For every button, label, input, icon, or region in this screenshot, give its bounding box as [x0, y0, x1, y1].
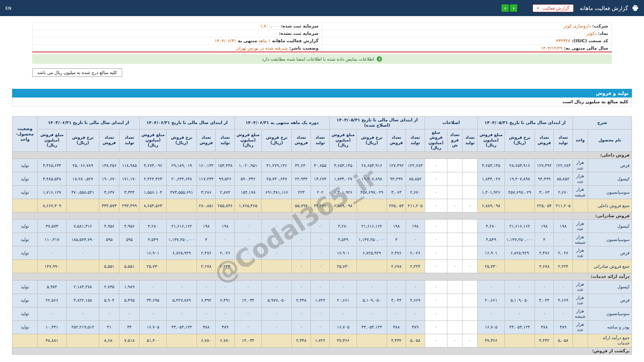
adjustment-cell	[463, 172, 478, 186]
column-group-ytd-previous: از ابتدای سال مالی تا تاریخ ۱۴۰۳/۰۶/۳۱	[38, 117, 140, 129]
value-cell: ۲۹,۱۸۹,۰۱۹	[166, 159, 197, 172]
value-cell: ۱۳,۶۷۴	[311, 172, 329, 186]
value-cell: ۸۵,۸۵۲	[406, 172, 425, 186]
value-cell: ۲,۲۲۴	[554, 260, 573, 273]
prev-report-button[interactable]: ›	[501, 4, 509, 12]
fiscal-year-cell: سال مالی منتهی به: ۱۴۰۴/۱۲/۲۹	[322, 45, 612, 52]
adjustment-cell	[447, 246, 463, 260]
column-header: تعداد فروش	[292, 129, 311, 152]
adjustment-cell: ۰	[447, 334, 463, 347]
sub-header-row: نام محصول واحد تعداد تولیدتعداد فروشنرخ …	[12, 129, 632, 152]
adjustment-cell: ۰	[425, 294, 447, 307]
issuer-status-value: پذیرفته شده در بورس تهران	[236, 46, 288, 51]
value-cell: ۱,۷۶۵,۴۶۵	[234, 199, 262, 213]
chevron-down-icon: ▾	[537, 6, 539, 10]
value-cell: ۱۵۴,۱۷۸	[234, 186, 262, 199]
value-cell: ۴,۴۳۲	[535, 334, 553, 347]
value-cell: ۰	[292, 307, 311, 320]
value-cell: ۰	[554, 233, 573, 246]
value-cell: ۱,۸۳۴,۰۲۷	[478, 172, 505, 186]
value-cell: ۱۰,۳۴۱	[38, 320, 66, 334]
value-cell: ۲,۲۲۴	[406, 260, 425, 273]
adjustment-cell: ۰	[425, 260, 447, 273]
value-cell: ۰	[234, 280, 262, 294]
value-cell: ۵,۵۵۱	[119, 260, 140, 273]
unit-cell: هزار عدد	[573, 280, 588, 294]
value-cell: ۴۵۷,۶۹۷,۰۲۹	[357, 186, 387, 199]
print-icon[interactable]	[632, 5, 639, 11]
value-cell: ۲,۶۷۰	[554, 186, 573, 199]
unregistered-capital-label: سرمایه ثبت نشده:	[279, 31, 318, 36]
value-cell: ۰	[262, 220, 292, 233]
adjustment-cell	[463, 246, 478, 260]
value-cell: ۰	[166, 280, 197, 294]
value-cell: ۱۹,۴۰۷,۸۹۸	[504, 172, 535, 186]
value-cell: ۰	[234, 307, 262, 320]
value-cell: ۰	[234, 246, 262, 260]
company-info-table: شرکت: داروسازی کوثر سرمایه ثبت شده: ۱,۷۰…	[32, 22, 612, 52]
codal-monthly-report-page: { "navbar": { "title": "گزارش فعالیت ماه…	[0, 0, 644, 362]
isic-value: ۴۳۲۳۲۸	[556, 38, 570, 43]
value-cell: ۲,۰۲۶	[406, 246, 425, 260]
section-row: فروش داخلی:	[12, 152, 632, 159]
info-icon: i	[377, 56, 382, 62]
column-header: مبلغ فروش (میلیون ریال)	[330, 129, 357, 152]
value-cell: ۲۹۳,۴۹۹	[119, 199, 140, 213]
value-cell: ۰	[330, 280, 357, 294]
value-cell: ۱۴۷,۹۹۰	[38, 260, 66, 273]
value-cell: ۲۲,۵۶۶	[38, 294, 66, 307]
value-cell: ۶,۷۸۰	[197, 334, 216, 347]
value-cell: ۰	[292, 260, 311, 273]
value-cell: ۰	[216, 280, 234, 294]
column-header-sharh: شرح	[573, 117, 632, 129]
product-status: تولید	[12, 159, 38, 172]
value-cell: ۳۸,۸۸۱	[38, 334, 66, 347]
column-group-adjustments: اصلاحات	[425, 117, 478, 129]
total-row: جمع درآمد ارائه خدمات۵,۰۵۸۴,۴۳۲۳۷,۳۶۶۰۰۰…	[12, 334, 632, 347]
value-cell: ۰	[357, 307, 387, 320]
value-cell: ۰	[406, 233, 425, 246]
unit-cell: هزار عدد	[573, 320, 588, 334]
registered-capital-cell: سرمایه ثبت شده: ۱,۷۰۰,۰۰۰	[33, 22, 322, 30]
value-cell: ۰	[66, 307, 99, 320]
adjustment-cell	[463, 294, 478, 307]
production-sales-table: شرح از ابتدای سال مالی تا تاریخ ۱۴۰۴/۰۵/…	[12, 116, 632, 355]
total-row: جمع فروش صادراتی۲,۲۲۴۲,۶۷۸۲۵,۷۳۰۰۰۰۲,۲۲۴…	[12, 260, 632, 273]
value-cell: ۱۶۰,۱۳۲	[197, 159, 216, 172]
value-cell: ۶,۸۸۹,۰۹۸	[478, 199, 505, 213]
adjustment-cell	[447, 280, 463, 294]
isic-label: کد صنعت (ISIC):	[572, 38, 608, 43]
value-cell: ۴,۵۴۹	[330, 233, 357, 246]
language-toggle-en[interactable]: EN	[5, 6, 11, 11]
value-cell	[262, 334, 292, 347]
next-report-button[interactable]: ‹	[510, 4, 517, 12]
notice-text: اطلاعات نمایش داده شده با اطلاعات امضا ش…	[262, 57, 374, 62]
value-cell: ۲,۸۷۲	[216, 186, 234, 199]
product-status: تولید	[12, 233, 38, 246]
value-cell: ۰	[311, 233, 329, 246]
value-cell: ۰	[119, 307, 140, 320]
value-cell: ۸,۶۸۰	[99, 334, 119, 347]
value-cell: ۳۸۹	[554, 320, 573, 334]
report-type-label: گزارش فعالیت	[542, 6, 569, 11]
value-cell: ۱,۸۳۴,۰۲۷	[330, 172, 357, 186]
value-cell: ۱۱۷,۴۳۳	[197, 172, 216, 186]
adjustment-cell	[463, 220, 478, 233]
product-name: کپسول	[588, 280, 632, 294]
value-cell: ۳۸۹	[216, 320, 234, 334]
value-cell: ۰	[234, 320, 262, 334]
adjustment-cell	[463, 233, 478, 246]
value-cell: ۳۴	[119, 320, 140, 334]
value-cell: ۳۲,۶۴۰	[292, 159, 311, 172]
value-cell: ۳۴,۶۹۵	[140, 294, 167, 307]
unit-cell: هزار عدد	[573, 294, 588, 307]
total-row: جمع فروش داخلی۲۱۱,۲۰۵۲۲۵,۰۵۴۶,۸۸۹,۰۹۸۰۰۰…	[12, 199, 632, 213]
value-cell	[357, 334, 387, 347]
report-type-dropdown[interactable]: گزارش فعالیت ▾	[533, 4, 574, 12]
product-status	[12, 260, 38, 273]
product-row: کپسولهزار عدد۰۰۰۰۰۰۰۰۰۰۰۰۰۰۰۰۰۱,۹۸۹۲,۷۳۵…	[12, 280, 632, 294]
value-cell: ۱۵۳,۴۳۸	[216, 159, 234, 172]
value-cell: ۰	[504, 280, 535, 294]
report-period-label: گزارش فعالیت ماهانه	[272, 38, 319, 43]
value-cell: ۰	[99, 307, 119, 320]
